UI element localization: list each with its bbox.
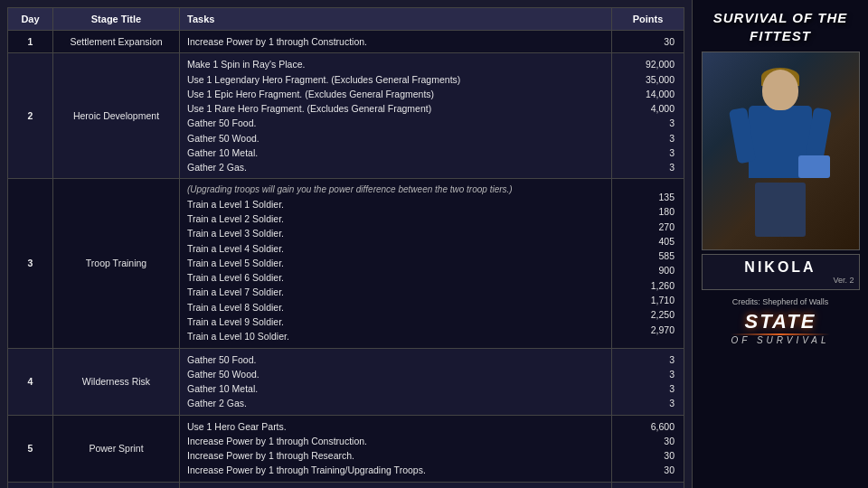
task-item: Gather 10 Metal. bbox=[187, 381, 604, 396]
cell-stage: Chief Gear Upgrade bbox=[53, 482, 180, 488]
task-item: Make 1 Spin in Ray's Place. bbox=[187, 57, 604, 71]
task-item: Train a Level 5 Soldier. bbox=[187, 256, 604, 270]
task-item: Use 1 Rare Hero Fragment. (Excludes Gene… bbox=[187, 101, 604, 116]
task-item: Train a Level 9 Soldier. bbox=[187, 314, 604, 329]
task-item: Gather 2 Gas. bbox=[187, 396, 604, 410]
point-item: 3 bbox=[619, 160, 675, 174]
task-item: (Upgrading troops will gain you the powe… bbox=[187, 183, 604, 197]
cell-points: 500 bbox=[612, 482, 684, 488]
hero-image bbox=[702, 52, 860, 250]
table-row: 5Power SprintUse 1 Hero Gear Parts.Incre… bbox=[8, 415, 684, 482]
point-item: 6,600 bbox=[619, 419, 675, 434]
task-item: Train a Level 8 Soldier. bbox=[187, 300, 604, 314]
point-item: 92,000 bbox=[619, 57, 675, 71]
table-row: 3Troop Training(Upgrading troops will ga… bbox=[8, 179, 684, 348]
point-item: 4,000 bbox=[619, 101, 675, 116]
point-item: 30 bbox=[619, 434, 675, 448]
sidebar: SURVIVAL OF THE FITTEST NIKOLA Ver. 2 Cr… bbox=[692, 0, 868, 488]
task-item: Train a Level 4 Soldier. bbox=[187, 241, 604, 256]
table-row: 1Settlement ExpansionIncrease Power by 1… bbox=[8, 31, 684, 53]
point-item: 1,710 bbox=[619, 293, 675, 307]
task-item: Gather 50 Wood. bbox=[187, 367, 604, 381]
hero-figure bbox=[726, 65, 835, 237]
cell-points: 1351802704055859001,2601,7102,2502,970 bbox=[612, 179, 684, 348]
point-item: 3 bbox=[619, 131, 675, 145]
point-item: 180 bbox=[619, 204, 675, 219]
cell-tasks: Use 1 Hero Gear Parts.Increase Power by … bbox=[180, 415, 612, 482]
task-item: Increase Power by 1 through Research. bbox=[187, 448, 604, 463]
cell-tasks: Gather 50 Food.Gather 50 Wood.Gather 10 … bbox=[180, 348, 612, 415]
point-item: 30 bbox=[619, 463, 675, 477]
task-item: Use 1 Legendary Hero Fragment. (Excludes… bbox=[187, 72, 604, 87]
point-item: 3 bbox=[619, 116, 675, 130]
task-item: Train a Level 7 Soldier. bbox=[187, 285, 604, 299]
task-item: Train a Level 1 Soldier. bbox=[187, 197, 604, 211]
task-item: Train a Level 3 Soldier. bbox=[187, 226, 604, 240]
cell-day: 1 bbox=[8, 31, 53, 53]
game-logo: STATE OF SURVIVAL bbox=[731, 312, 829, 345]
task-item: Train a Level 10 Soldier. bbox=[187, 329, 604, 343]
cell-day: 2 bbox=[8, 53, 53, 179]
point-item: 3 bbox=[619, 145, 675, 160]
point-item: 585 bbox=[619, 249, 675, 263]
hero-name-box: NIKOLA Ver. 2 bbox=[702, 254, 860, 290]
logo-state: STATE bbox=[731, 312, 829, 332]
task-item: Gather 2 Gas. bbox=[187, 160, 604, 174]
header-tasks: Tasks bbox=[180, 8, 612, 31]
main-content: Day Stage Title Tasks Points 1Settlement… bbox=[0, 0, 692, 488]
hero-head bbox=[762, 70, 798, 110]
task-item: Increase Power by 1 through Construction… bbox=[187, 434, 604, 448]
task-item: Gather 50 Food. bbox=[187, 352, 604, 367]
hero-version: Ver. 2 bbox=[707, 276, 854, 285]
task-item: Increase Power by 1 through Training/Upg… bbox=[187, 463, 604, 477]
cell-stage: Settlement Expansion bbox=[53, 31, 180, 53]
task-item: Gather 50 Food. bbox=[187, 116, 604, 130]
cell-points: 30 bbox=[612, 31, 684, 53]
cell-tasks: (Upgrading troops will gain you the powe… bbox=[180, 179, 612, 348]
task-item: Train a Level 6 Soldier. bbox=[187, 270, 604, 285]
task-item: Use 1 Epic Hero Fragment. (Excludes Gene… bbox=[187, 87, 604, 101]
cell-tasks: Make 1 Spin in Ray's Place.Use 1 Legenda… bbox=[180, 53, 612, 179]
hero-name: NIKOLA bbox=[707, 259, 854, 276]
cell-stage: Power Sprint bbox=[53, 415, 180, 482]
logo-survival: OF SURVIVAL bbox=[731, 335, 829, 345]
cell-day: 5 bbox=[8, 415, 53, 482]
cell-tasks: Increase Highest Chief Gear Score by 1. bbox=[180, 482, 612, 488]
cell-day: 6 bbox=[8, 482, 53, 488]
header-day: Day bbox=[8, 8, 53, 31]
point-item: 900 bbox=[619, 263, 675, 277]
hero-leg-right bbox=[778, 183, 806, 237]
task-item: Increase Power by 1 through Construction… bbox=[187, 34, 604, 49]
point-item: 3 bbox=[619, 381, 675, 396]
task-item: Use 1 Hero Gear Parts. bbox=[187, 419, 604, 434]
cell-stage: Troop Training bbox=[53, 179, 180, 348]
credits-text: Credits: Shepherd of Walls bbox=[732, 297, 829, 306]
header-stage: Stage Title bbox=[53, 8, 180, 31]
header-points: Points bbox=[612, 8, 684, 31]
point-item: 135 bbox=[619, 190, 675, 204]
cell-tasks: Increase Power by 1 through Construction… bbox=[180, 31, 612, 53]
task-item: Train a Level 2 Soldier. bbox=[187, 211, 604, 226]
point-item: 270 bbox=[619, 220, 675, 234]
table-row: 6Chief Gear UpgradeIncrease Highest Chie… bbox=[8, 482, 684, 488]
cell-points: 92,00035,00014,0004,0003333 bbox=[612, 53, 684, 179]
table-row: 2Heroic DevelopmentMake 1 Spin in Ray's … bbox=[8, 53, 684, 179]
task-item: Gather 50 Wood. bbox=[187, 131, 604, 145]
point-item: 14,000 bbox=[619, 87, 675, 101]
point-item: 3 bbox=[619, 352, 675, 367]
cell-points: 6,600303030 bbox=[612, 415, 684, 482]
cell-day: 4 bbox=[8, 348, 53, 415]
sidebar-title: SURVIVAL OF THE FITTEST bbox=[700, 9, 861, 44]
hero-gear bbox=[798, 155, 830, 178]
point-item: 3 bbox=[619, 367, 675, 381]
point-item: 2,250 bbox=[619, 307, 675, 322]
point-item: 30 bbox=[619, 34, 675, 49]
cell-stage: Wilderness Risk bbox=[53, 348, 180, 415]
table-row: 4Wilderness RiskGather 50 Food.Gather 50… bbox=[8, 348, 684, 415]
data-table: Day Stage Title Tasks Points 1Settlement… bbox=[7, 7, 684, 488]
point-item: 405 bbox=[619, 234, 675, 249]
point-item: 30 bbox=[619, 448, 675, 463]
cell-stage: Heroic Development bbox=[53, 53, 180, 179]
point-item: 1,260 bbox=[619, 278, 675, 293]
task-item: Gather 10 Metal. bbox=[187, 145, 604, 160]
